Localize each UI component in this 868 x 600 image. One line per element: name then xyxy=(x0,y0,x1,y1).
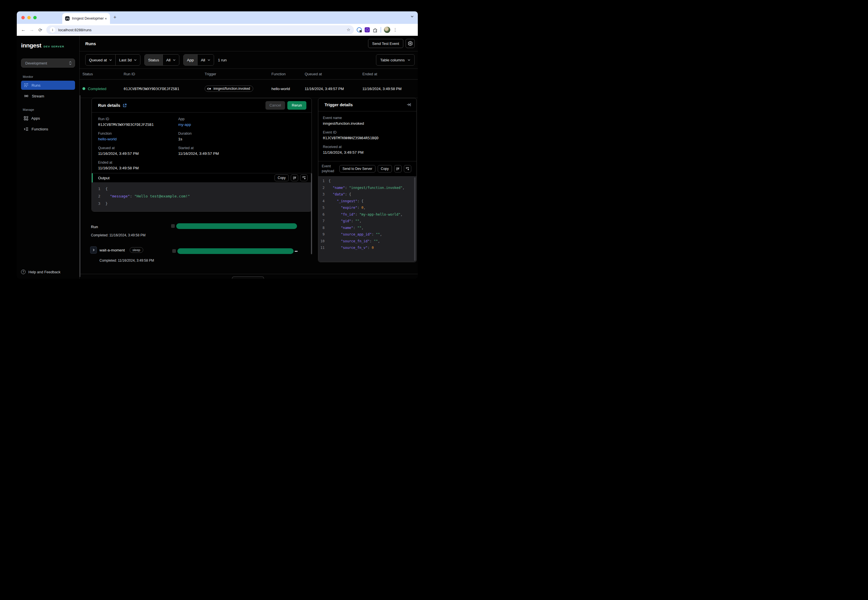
url-text[interactable]: localhost:8288/runs xyxy=(58,28,347,32)
cancel-button[interactable]: Cancel xyxy=(266,101,285,110)
browser-menu-icon[interactable]: ⋮ xyxy=(393,27,398,32)
timeline-step-bar[interactable] xyxy=(178,248,294,254)
help-and-feedback[interactable]: ? Help and Feedback xyxy=(21,270,61,274)
status-filter-dropdown[interactable]: All xyxy=(162,55,179,65)
sidebar-item-apps[interactable]: Apps xyxy=(21,114,75,123)
code-line: 7 "gid": "", xyxy=(318,218,416,225)
external-link-icon[interactable] xyxy=(123,103,127,108)
status-label: Completed xyxy=(88,86,106,91)
wrap-text-button[interactable] xyxy=(291,174,298,181)
purple-extension-icon[interactable] xyxy=(365,27,370,32)
time-field-value: Queued at xyxy=(89,58,107,62)
time-range-dropdown[interactable]: Last 3d xyxy=(115,55,140,65)
sidebar-item-label: Functions xyxy=(32,127,48,131)
table-row[interactable]: Completed 01JCVBTMV3WXY9D3CFDEJFZSB1 inn… xyxy=(80,80,418,98)
send-to-dev-server-button[interactable]: Send to Dev Server xyxy=(339,165,375,173)
password-manager-extension-icon[interactable] xyxy=(357,27,362,32)
status-filter-label: Status xyxy=(145,55,162,65)
inngest-app: inngest DEV SERVER Development Monitor xyxy=(17,36,418,279)
partially-visible-button[interactable] xyxy=(232,276,264,279)
details-area: Run details Cancel Rerun Run ID xyxy=(80,98,418,279)
app-filter-dropdown[interactable]: All xyxy=(197,55,214,65)
output-code-block[interactable]: 1{2 "message": "Hello test@example.com!"… xyxy=(92,183,311,211)
settings-button[interactable] xyxy=(405,39,415,48)
payload-code-block[interactable]: 1{2 "name": "inngest/function.invoked",3… xyxy=(318,176,416,262)
send-test-event-button[interactable]: Send Test Event xyxy=(368,39,403,48)
page-header: Runs Send Test Event xyxy=(80,36,418,52)
new-tab-button[interactable]: + xyxy=(114,15,117,20)
workspace-select[interactable]: Development xyxy=(21,59,75,68)
sidebar-item-stream[interactable]: Stream xyxy=(21,91,75,101)
profile-avatar[interactable] xyxy=(384,27,390,33)
app-filter: App All xyxy=(183,54,214,66)
tab-search-chevron-icon[interactable] xyxy=(410,15,414,18)
event-name-value: inngest/function.invoked xyxy=(323,121,412,126)
function-link[interactable]: hello-world xyxy=(98,137,178,141)
extensions-puzzle-icon[interactable] xyxy=(373,27,378,32)
rerun-button[interactable]: Rerun xyxy=(287,101,307,110)
collapse-panel-icon[interactable] xyxy=(407,103,411,106)
main-scrollbar-thumb[interactable] xyxy=(80,95,80,277)
trigger-badge[interactable]: inngest/function.invoked xyxy=(205,85,253,92)
browser-window: Inngest Development Server × + ← → ⟳ i l… xyxy=(17,11,418,279)
help-icon: ? xyxy=(21,270,26,274)
payload-copy-button[interactable]: Copy xyxy=(378,165,392,173)
chevron-down-icon xyxy=(173,59,176,61)
browser-toolbar: ← → ⟳ i localhost:8288/runs ☆ ⋮ xyxy=(17,24,418,36)
url-bar[interactable]: i localhost:8288/runs ☆ xyxy=(46,25,354,34)
payload-scroll-to-bottom-button[interactable] xyxy=(404,165,411,173)
payload-wrap-text-button[interactable] xyxy=(394,165,402,173)
minimize-window-button[interactable] xyxy=(27,16,31,19)
browser-tab[interactable]: Inngest Development Server × xyxy=(62,13,110,24)
workspace-select-value: Development xyxy=(25,61,69,65)
forward-button[interactable]: → xyxy=(27,27,36,32)
started-value: 11/16/2024, 3:49:57 PM xyxy=(178,152,305,156)
step-name[interactable]: wait-a-moment xyxy=(100,248,125,252)
reload-button[interactable]: ⟳ xyxy=(36,27,45,33)
sidebar-section-manage: Manage xyxy=(23,108,75,111)
tab-close-icon[interactable]: × xyxy=(104,17,108,21)
table-columns-dropdown[interactable]: Table columns xyxy=(376,54,415,66)
trigger-name: inngest/function.invoked xyxy=(214,86,250,91)
col-queued-at: Queued at xyxy=(305,72,363,76)
traffic-lights[interactable] xyxy=(21,16,36,19)
code-scrollbar[interactable] xyxy=(414,177,416,261)
function-name: hello-world xyxy=(272,86,305,91)
back-button[interactable]: ← xyxy=(19,27,27,32)
event-id-value: 01JCVBTMTKNHNHZ3SN64R51BQD xyxy=(323,136,412,140)
time-field-dropdown[interactable]: Queued at xyxy=(85,55,115,65)
functions-icon xyxy=(24,127,29,131)
page-title: Runs xyxy=(85,41,368,46)
run-id-value: 01JCVBTMV3WXY9D3CFDEJFZSB1 xyxy=(98,123,178,127)
queued-value: 11/16/2024, 3:49:57 PM xyxy=(98,152,178,156)
output-title: Output xyxy=(98,176,275,180)
run-id: 01JCVBTMV3WXY9D3CFDEJFZSB1 xyxy=(124,86,205,91)
timeline-run-bar[interactable] xyxy=(176,223,297,229)
time-range-value: Last 3d xyxy=(119,58,132,62)
sidebar-item-label: Runs xyxy=(32,83,41,88)
output-copy-button[interactable]: Copy xyxy=(275,174,289,181)
code-line: 3} xyxy=(92,200,311,208)
col-status: Status xyxy=(82,72,124,76)
field-duration: Duration 1s xyxy=(178,132,305,141)
sidebar-item-runs[interactable]: Runs xyxy=(21,81,75,90)
field-event-id: Event ID 01JCVBTMTKNHNHZ3SN64R51BQD xyxy=(323,130,412,140)
stream-icon xyxy=(24,94,29,98)
details-scrollbar-thumb[interactable] xyxy=(311,173,312,254)
timeline-run-label[interactable]: Run xyxy=(91,225,98,229)
zoom-window-button[interactable] xyxy=(33,16,36,19)
scroll-to-bottom-button[interactable] xyxy=(300,174,308,181)
sidebar-item-functions[interactable]: Functions xyxy=(21,124,75,133)
site-info-icon[interactable]: i xyxy=(50,27,55,33)
app-link[interactable]: my-app xyxy=(178,123,305,127)
run-count: 1 run xyxy=(218,58,227,62)
expand-step-button[interactable] xyxy=(90,246,97,254)
chevron-down-icon xyxy=(109,59,112,61)
trigger-details-card: Trigger details Event name inngest/funct… xyxy=(318,98,417,262)
queued-at-value: 11/16/2024, 3:49:57 PM xyxy=(305,86,363,91)
code-line: 5 "expire": 0, xyxy=(318,205,416,211)
close-window-button[interactable] xyxy=(21,16,25,19)
time-filter: Queued at Last 3d xyxy=(85,54,140,66)
output-header: Output Copy xyxy=(92,173,311,183)
bookmark-star-icon[interactable]: ☆ xyxy=(347,27,351,32)
